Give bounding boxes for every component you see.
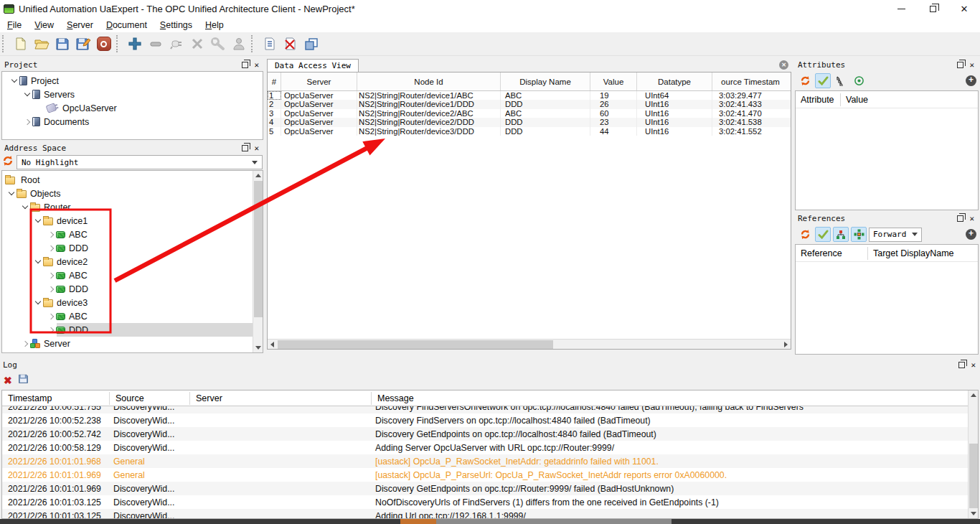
connect-server-button[interactable] xyxy=(166,34,186,54)
disconnect-server-button[interactable] xyxy=(187,34,207,54)
menu-view[interactable]: View xyxy=(30,19,58,32)
close-panel-icon[interactable]: ✕ xyxy=(971,361,976,369)
expand-panel-icon[interactable]: + xyxy=(966,229,976,240)
tree-item-device1-ddd[interactable]: DDD xyxy=(2,241,254,255)
restore-button[interactable] xyxy=(917,0,948,17)
menu-document[interactable]: Document xyxy=(102,19,151,32)
follow-references-toggle[interactable] xyxy=(851,227,867,242)
auto-update-toggle[interactable] xyxy=(815,227,831,242)
col-header-value[interactable]: Value xyxy=(841,93,978,106)
col-header-target-displayname[interactable]: Target DisplayName xyxy=(868,247,978,260)
tree-item-root[interactable]: Root xyxy=(2,173,254,187)
float-panel-icon[interactable] xyxy=(242,62,248,68)
scrollbar-thumb[interactable] xyxy=(969,444,978,508)
save-project-button[interactable] xyxy=(52,34,72,54)
chevron-right-icon[interactable] xyxy=(20,342,30,346)
log-row[interactable]: 2021/2/26 10:00:52.238 DiscoveryWid... D… xyxy=(2,413,968,427)
scroll-up-icon[interactable] xyxy=(969,390,979,400)
refresh-icon[interactable] xyxy=(797,227,813,242)
scroll-right-icon[interactable] xyxy=(781,340,791,349)
table-row[interactable]: 5 OpcUaServer NS2|String|Router/device3/… xyxy=(268,127,791,136)
chevron-right-icon[interactable] xyxy=(46,287,56,291)
scroll-down-icon[interactable] xyxy=(253,343,263,352)
address-space-scrollbar[interactable] xyxy=(253,171,263,352)
tab-data-access-view[interactable]: Data Access View xyxy=(267,59,359,72)
new-project-button[interactable] xyxy=(11,34,30,54)
tab-close-icon[interactable]: ✕ xyxy=(779,60,788,70)
col-header-attribute[interactable]: Attribute xyxy=(796,93,841,106)
collapse-hierarchy-button[interactable] xyxy=(833,73,849,88)
chevron-right-icon[interactable] xyxy=(46,328,56,332)
menu-help[interactable]: Help xyxy=(201,19,228,32)
log-row[interactable]: 2021/2/26 10:01:01.969 DiscoveryWid... D… xyxy=(2,482,968,495)
server-properties-button[interactable] xyxy=(208,34,227,54)
menu-file[interactable]: File xyxy=(3,19,26,32)
float-panel-icon[interactable] xyxy=(957,62,963,68)
col-header-server[interactable]: Server xyxy=(281,72,357,90)
tree-item-device1[interactable]: device1 xyxy=(2,214,254,228)
dav-horizontal-scrollbar[interactable] xyxy=(268,339,791,349)
add-document-button[interactable] xyxy=(260,34,279,54)
monitor-attribute-button[interactable] xyxy=(851,73,867,88)
col-header-reference[interactable]: Reference xyxy=(796,247,868,260)
open-project-button[interactable] xyxy=(32,34,51,54)
col-header-message[interactable]: Message xyxy=(372,392,978,405)
float-panel-icon[interactable] xyxy=(958,362,965,368)
chevron-right-icon[interactable] xyxy=(46,233,56,237)
tree-item-router[interactable]: Router xyxy=(2,200,254,214)
log-row-warning[interactable]: 2021/2/26 10:01:01.968 General [uastack]… xyxy=(2,454,968,468)
tree-item-documents[interactable]: Documents xyxy=(2,115,263,128)
tree-item-device2-abc[interactable]: ABC xyxy=(2,268,254,282)
menu-settings[interactable]: Settings xyxy=(156,19,197,32)
close-button[interactable]: ✕ xyxy=(948,0,980,17)
col-header-server[interactable]: Server xyxy=(190,392,372,405)
documents-button[interactable] xyxy=(301,34,321,54)
tree-item-device2[interactable]: device2 xyxy=(2,255,254,268)
add-server-button[interactable] xyxy=(125,34,144,54)
save-log-icon[interactable] xyxy=(18,373,29,387)
tree-item-server[interactable]: Server xyxy=(2,337,254,350)
scrollbar-thumb[interactable] xyxy=(278,340,553,349)
col-header-datatype[interactable]: Datatype xyxy=(637,72,712,90)
col-header-source[interactable]: Source xyxy=(110,392,190,405)
chevron-down-icon[interactable] xyxy=(6,192,17,195)
chevron-down-icon[interactable] xyxy=(33,301,43,304)
exit-button[interactable] xyxy=(94,34,113,54)
col-header-source-timestamp[interactable]: ource Timestam xyxy=(712,72,788,90)
log-row[interactable]: 2021/2/26 10:00:52.742 DiscoveryWid... D… xyxy=(2,427,968,441)
log-row[interactable]: 2021/2/26 10:00:58.129 DiscoveryWid... A… xyxy=(2,441,968,454)
tree-item-project[interactable]: Project xyxy=(2,74,263,88)
auto-update-toggle[interactable] xyxy=(815,73,831,88)
chevron-down-icon[interactable] xyxy=(20,206,30,208)
tree-item-device3[interactable]: device3 xyxy=(2,296,254,309)
table-row[interactable]: 4 OpcUaServer NS2|String|Router/device2/… xyxy=(268,118,791,126)
scroll-up-icon[interactable] xyxy=(253,171,263,180)
col-header-timestamp[interactable]: Timestamp xyxy=(2,392,110,405)
tree-item-opcuaserver[interactable]: OpcUaServer xyxy=(2,101,263,115)
tree-item-device3-ddd-selected[interactable]: DDD xyxy=(2,323,254,337)
menu-server[interactable]: Server xyxy=(62,19,98,32)
close-panel-icon[interactable]: ✕ xyxy=(254,144,259,152)
chevron-down-icon[interactable] xyxy=(33,220,43,222)
float-panel-icon[interactable] xyxy=(957,215,963,222)
col-header-value[interactable]: Value xyxy=(590,72,637,90)
clear-log-icon[interactable]: ✖ xyxy=(4,375,12,385)
log-scrollbar[interactable] xyxy=(968,390,978,518)
highlight-filter-dropdown[interactable]: No Highlight xyxy=(17,155,263,169)
tree-item-device1-abc[interactable]: ABC xyxy=(2,228,254,241)
chevron-down-icon[interactable] xyxy=(9,80,19,82)
log-row-warning[interactable]: 2021/2/26 10:01:01.969 General [uastack]… xyxy=(2,468,968,482)
minimize-button[interactable] xyxy=(885,0,917,17)
close-panel-icon[interactable]: ✕ xyxy=(254,61,259,69)
remove-document-button[interactable] xyxy=(281,34,300,54)
tree-item-device2-ddd[interactable]: DDD xyxy=(2,282,254,296)
chevron-right-icon[interactable] xyxy=(46,273,56,278)
hierarchical-references-toggle[interactable] xyxy=(833,227,849,242)
col-header-num[interactable]: # xyxy=(268,72,281,90)
scroll-down-icon[interactable] xyxy=(969,509,979,518)
close-panel-icon[interactable]: ✕ xyxy=(969,215,974,223)
tree-item-servers[interactable]: Servers xyxy=(2,88,263,101)
float-panel-icon[interactable] xyxy=(242,145,248,151)
scrollbar-thumb[interactable] xyxy=(254,181,263,317)
tree-item-types[interactable]: Types xyxy=(2,350,254,353)
